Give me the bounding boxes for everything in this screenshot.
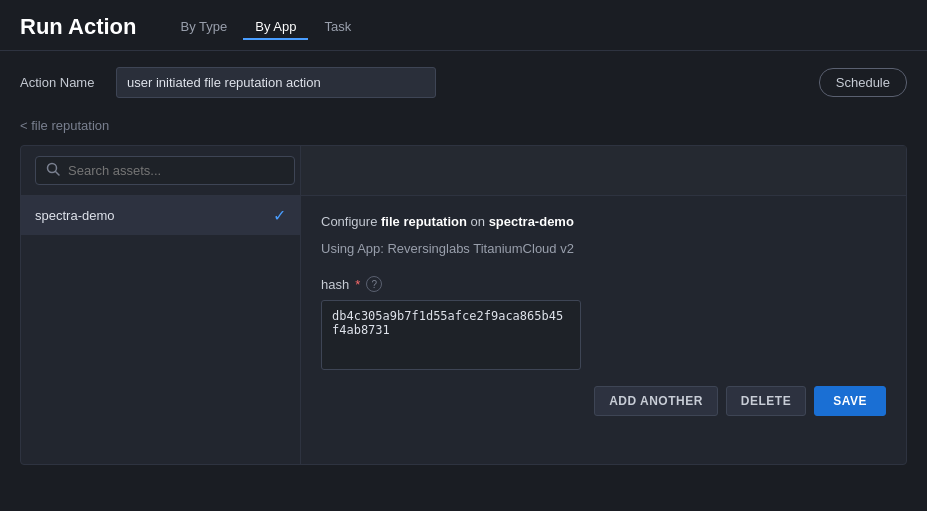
save-button[interactable]: SAVE — [814, 386, 886, 416]
top-row — [21, 146, 906, 196]
action-name-row: Action Name Schedule — [0, 51, 927, 114]
left-pane: spectra-demo ✓ — [21, 196, 301, 464]
configure-prefix: Configure — [321, 214, 381, 229]
main-content: spectra-demo ✓ Configure file reputation… — [20, 145, 907, 465]
header: Run Action By Type By App Task — [0, 0, 927, 51]
breadcrumb[interactable]: < file reputation — [0, 114, 927, 145]
tab-task[interactable]: Task — [312, 15, 363, 40]
hash-label: hash — [321, 277, 349, 292]
configure-action: file reputation — [381, 214, 467, 229]
search-area — [21, 146, 301, 195]
configure-on: on — [467, 214, 489, 229]
action-name-label: Action Name — [20, 75, 100, 90]
required-star: * — [355, 277, 360, 292]
page-title: Run Action — [20, 14, 137, 40]
action-buttons: ADD ANOTHER DELETE SAVE — [321, 386, 886, 416]
search-icon — [46, 162, 60, 179]
right-pane: Configure file reputation on spectra-dem… — [301, 196, 906, 464]
tab-by-app[interactable]: By App — [243, 15, 308, 40]
delete-button[interactable]: DELETE — [726, 386, 806, 416]
nav-tabs: By Type By App Task — [169, 15, 364, 40]
using-app-text: Using App: Reversinglabs TitaniumCloud v… — [321, 241, 886, 256]
hash-field-row: hash * ? — [321, 276, 886, 292]
pane-container: spectra-demo ✓ Configure file reputation… — [21, 196, 906, 464]
hash-textarea[interactable]: db4c305a9b7f1d55afce2f9aca865b45f4ab8731 — [321, 300, 581, 370]
schedule-button[interactable]: Schedule — [819, 68, 907, 97]
help-icon[interactable]: ? — [366, 276, 382, 292]
configure-text: Configure file reputation on spectra-dem… — [321, 214, 886, 229]
checkmark-icon: ✓ — [273, 206, 286, 225]
add-another-button[interactable]: ADD ANOTHER — [594, 386, 718, 416]
top-right-empty — [301, 146, 906, 195]
configure-target: spectra-demo — [489, 214, 574, 229]
tab-by-type[interactable]: By Type — [169, 15, 240, 40]
asset-item[interactable]: spectra-demo ✓ — [21, 196, 300, 235]
search-box[interactable] — [35, 156, 295, 185]
action-name-input[interactable] — [116, 67, 436, 98]
search-input[interactable] — [68, 163, 284, 178]
asset-name: spectra-demo — [35, 208, 114, 223]
svg-line-1 — [56, 172, 60, 176]
